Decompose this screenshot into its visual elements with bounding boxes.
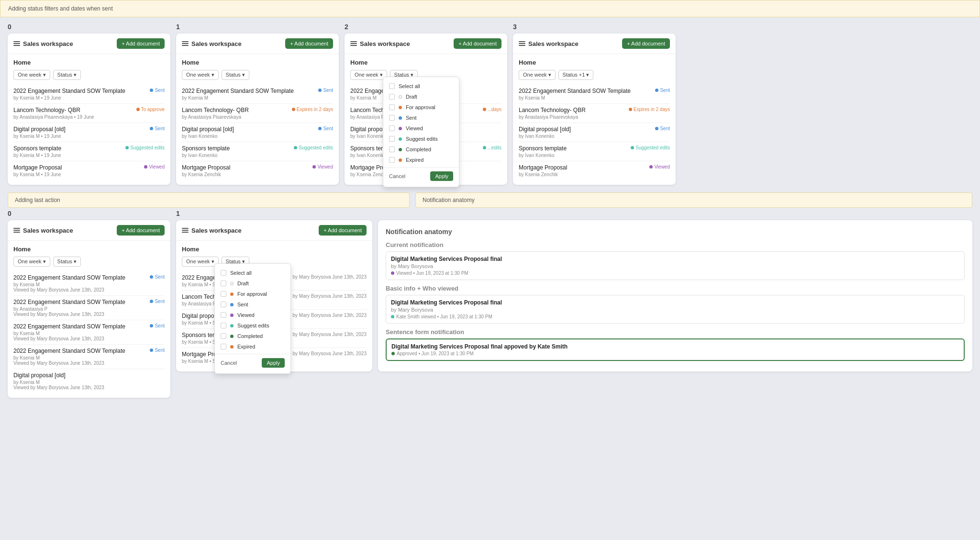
doc-item[interactable]: Mortgage Proposalby Ksenia ZenchikViewed bbox=[519, 161, 670, 180]
checkbox[interactable] bbox=[389, 157, 395, 163]
workspace-panel: Sales workspace+ Add documentHomeOne wee… bbox=[8, 34, 170, 185]
status-badge: Sent bbox=[150, 323, 165, 328]
bottom-left-banner: Adding last action bbox=[8, 192, 410, 208]
menu-icon[interactable] bbox=[13, 228, 20, 233]
doc-item[interactable]: 2022 Engagement Standard SOW Templateby … bbox=[13, 345, 165, 369]
checkbox[interactable] bbox=[389, 146, 395, 152]
add-document-button[interactable]: + Add document bbox=[117, 225, 165, 236]
dropdown-item[interactable]: Draft bbox=[215, 278, 290, 289]
dropdown-item[interactable]: Select all bbox=[383, 81, 459, 91]
dropdown-item[interactable]: Viewed bbox=[383, 123, 459, 134]
add-document-button[interactable]: + Add document bbox=[319, 225, 367, 236]
filter-button[interactable]: One week ▾ bbox=[182, 70, 219, 80]
dropdown-item[interactable]: Viewed bbox=[215, 310, 290, 320]
menu-icon[interactable] bbox=[182, 41, 189, 46]
workspace-panel: Sales workspace+ Add documentHomeOne wee… bbox=[176, 220, 372, 371]
status-text: Sent bbox=[660, 126, 670, 131]
dropdown-apply-button[interactable]: Apply bbox=[262, 358, 285, 368]
dropdown-apply-button[interactable]: Apply bbox=[430, 171, 453, 181]
status-badge: Viewed bbox=[649, 164, 670, 169]
doc-item[interactable]: Digital proposal [old]by Ivan KonenkoSen… bbox=[182, 123, 333, 142]
dropdown-cancel-button[interactable]: Cancel bbox=[221, 358, 237, 368]
dropdown-item[interactable]: Select all bbox=[215, 268, 290, 278]
menu-icon[interactable] bbox=[519, 41, 525, 46]
column-index: 1 bbox=[176, 210, 372, 217]
doc-item[interactable]: Lancom Technology- QBRby Anastasiya Pisa… bbox=[13, 104, 165, 123]
dropdown-item[interactable]: Expired bbox=[215, 341, 290, 352]
status-badge: Expires in 2 days bbox=[629, 107, 670, 112]
doc-item[interactable]: 2022 Engagement Standard SOW Templateby … bbox=[519, 85, 670, 104]
dropdown-item[interactable]: Sent bbox=[215, 299, 290, 310]
dropdown-item[interactable]: Suggest edits bbox=[215, 320, 290, 331]
checkbox[interactable] bbox=[221, 270, 226, 276]
menu-icon[interactable] bbox=[350, 41, 357, 46]
doc-item[interactable]: Lancom Technology- QBRby Anastasiya Pisa… bbox=[519, 104, 670, 123]
doc-item[interactable]: Digital proposal [old]by Ksenia M • 19 J… bbox=[13, 123, 165, 142]
dropdown-item[interactable]: For approval bbox=[215, 289, 290, 299]
checkbox[interactable] bbox=[221, 302, 226, 307]
doc-meta: by Anastasiya P bbox=[13, 306, 150, 312]
checkbox[interactable] bbox=[389, 136, 395, 142]
checkbox[interactable] bbox=[389, 94, 395, 100]
menu-icon[interactable] bbox=[13, 41, 20, 46]
top-columns-row: 0Sales workspace+ Add documentHomeOne we… bbox=[8, 23, 972, 185]
dropdown-item[interactable]: Sent bbox=[383, 112, 459, 123]
filter-button[interactable]: One week ▾ bbox=[13, 257, 50, 267]
add-document-button[interactable]: + Add document bbox=[454, 38, 501, 49]
doc-item[interactable]: Digital proposal [old]by Ksenia MViewed … bbox=[13, 369, 165, 393]
checkbox[interactable] bbox=[389, 125, 395, 131]
doc-item[interactable]: 2022 Engagement Standard SOW Templateby … bbox=[13, 271, 165, 296]
status-dot bbox=[655, 89, 658, 92]
checkbox[interactable] bbox=[221, 344, 226, 349]
status-text: Viewed bbox=[317, 164, 333, 169]
doc-item[interactable]: Digital proposal [old]by Ivan KonenkoSen… bbox=[519, 123, 670, 142]
dropdown-item[interactable]: Draft bbox=[383, 91, 459, 102]
filter-button[interactable]: One week ▾ bbox=[350, 70, 387, 80]
add-document-button[interactable]: + Add document bbox=[622, 38, 670, 49]
doc-item[interactable]: Sponsors templateby Ksenia M • 19 JuneSu… bbox=[13, 142, 165, 161]
doc-item[interactable]: 2022 Engagement Standard SOW Templateby … bbox=[182, 85, 333, 104]
filter-button[interactable]: Status ▾ bbox=[53, 257, 81, 267]
checkbox[interactable] bbox=[389, 83, 395, 89]
doc-title: Mortgage Proposal bbox=[519, 164, 649, 171]
dropdown-item[interactable]: Expired bbox=[383, 155, 459, 165]
status-badge: Viewed bbox=[144, 164, 165, 169]
doc-item[interactable]: 2022 Engagement Standard SOW Templateby … bbox=[13, 320, 165, 345]
doc-item[interactable]: Sponsors templateby Ivan KonenkoSuggeste… bbox=[519, 142, 670, 161]
dropdown-item[interactable]: For approval bbox=[383, 102, 459, 112]
menu-icon[interactable] bbox=[182, 228, 189, 233]
status-dot bbox=[230, 282, 234, 285]
checkbox[interactable] bbox=[389, 115, 395, 121]
add-document-button[interactable]: + Add document bbox=[117, 38, 165, 49]
doc-title: 2022 Engagement Standard SOW Template bbox=[13, 88, 150, 94]
doc-item[interactable]: Sponsors templateby Ivan KonenkoSuggeste… bbox=[182, 142, 333, 161]
status-text: Sent bbox=[155, 126, 165, 131]
checkbox[interactable] bbox=[221, 291, 226, 297]
doc-item[interactable]: 2022 Engagement Standard SOW Templateby … bbox=[13, 85, 165, 104]
filter-button[interactable]: Status ▾ bbox=[53, 70, 81, 80]
doc-item[interactable]: Mortgage Proposalby Ksenia M • 19 JuneVi… bbox=[13, 161, 165, 180]
checkbox[interactable] bbox=[221, 333, 226, 339]
doc-item[interactable]: Mortgage Proposalby Ksenia ZenchikViewed bbox=[182, 161, 333, 180]
filter-button[interactable]: Status +1 ▾ bbox=[558, 70, 594, 80]
dropdown-item[interactable]: Completed bbox=[383, 144, 459, 155]
dropdown-item[interactable]: Suggest edits bbox=[383, 134, 459, 144]
checkbox[interactable] bbox=[221, 312, 226, 318]
filter-button[interactable]: One week ▾ bbox=[182, 257, 219, 267]
filter-button[interactable]: One week ▾ bbox=[13, 70, 50, 80]
doc-item[interactable]: Lancom Technology- QBRby Anastasiya Pisa… bbox=[182, 104, 333, 123]
doc-info: 2022 Engagement Standard SOW Templateby … bbox=[13, 348, 150, 366]
doc-info: Sponsors templateby Ksenia M • 19 June bbox=[13, 145, 125, 158]
bottom-row: 0Sales workspace+ Add documentHomeOne we… bbox=[8, 210, 972, 398]
dropdown-item[interactable]: Completed bbox=[215, 331, 290, 341]
checkbox[interactable] bbox=[221, 323, 226, 328]
checkbox[interactable] bbox=[221, 281, 226, 286]
add-document-button[interactable]: + Add document bbox=[285, 38, 333, 49]
column-wrapper: 2Sales workspace+ Add documentHomeOne we… bbox=[345, 23, 507, 185]
checkbox[interactable] bbox=[389, 104, 395, 110]
filter-button[interactable]: One week ▾ bbox=[519, 70, 556, 80]
dropdown-cancel-button[interactable]: Cancel bbox=[389, 171, 405, 181]
doc-item[interactable]: 2022 Engagement Standard SOW Templateby … bbox=[13, 296, 165, 320]
status-dot bbox=[399, 148, 402, 151]
filter-button[interactable]: Status ▾ bbox=[222, 70, 249, 80]
